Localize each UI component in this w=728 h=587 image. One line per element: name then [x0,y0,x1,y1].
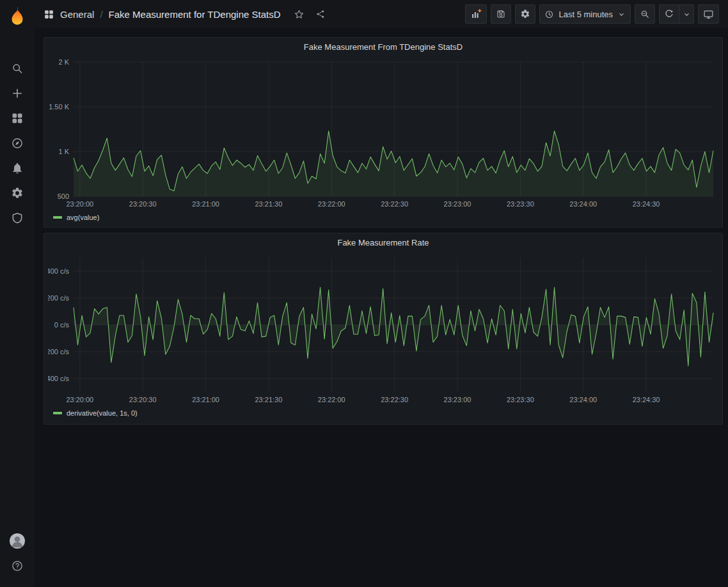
sidebar-item-dashboards[interactable] [0,106,35,130]
breadcrumb-dashboard-title: Fake Measurement for TDengine StatsD [109,9,281,20]
legend-swatch [53,412,62,414]
panel-fake-measurement: Fake Measurement From TDengine StatsD 2 … [44,37,723,228]
panel-header[interactable]: Fake Measurement From TDengine StatsD [44,38,722,56]
refresh-icon [664,9,674,19]
y-axis-tick-label: 400 c/s [48,267,69,275]
breadcrumb-folder[interactable]: General [60,9,94,20]
question-circle-icon [11,560,24,572]
plus-icon [11,87,24,100]
x-axis-tick-label: 23:24:00 [569,200,597,208]
x-axis-tick-label: 23:22:00 [318,396,345,403]
sidebar-item-alerting[interactable] [0,155,35,180]
y-axis-tick-label: 1 K [58,148,69,155]
x-axis-tick-label: 23:21:00 [192,200,219,208]
sidebar-item-configuration[interactable] [0,180,35,205]
y-axis-tick-label: 500 [58,192,69,200]
x-axis-tick-label: 23:21:00 [192,396,219,403]
x-axis-tick-label: 23:24:30 [633,396,660,403]
clock-icon [544,10,554,19]
sidebar-bottom [0,528,35,578]
x-axis-tick-label: 23:23:30 [507,200,534,208]
apps-icon [11,112,24,125]
panel-fake-measurement-rate: Fake Measurement Rate 400 c/s200 c/s0 c/… [44,233,723,425]
sidebar-item-help[interactable] [0,553,35,578]
zoom-out-icon [640,9,650,19]
sidebar-item-create[interactable] [0,81,35,106]
share-icon [315,9,326,19]
timeseries-chart[interactable]: 400 c/s200 c/s0 c/s-200 c/s-400 c/s23:20… [48,251,718,407]
time-picker-button[interactable]: Last 5 minutes [539,4,631,24]
add-panel-button[interactable] [465,4,487,24]
grafana-flame-icon [6,5,28,27]
star-dashboard-button[interactable] [292,6,307,22]
compass-icon [11,137,24,150]
x-axis-tick-label: 23:23:00 [444,200,471,208]
refresh-button-group [659,4,694,24]
sidebar-item-profile[interactable] [0,528,35,553]
star-icon [294,9,305,20]
series-fill [74,131,713,196]
toolbar-actions: Last 5 minutes [465,4,719,24]
gear-icon [11,187,24,200]
y-axis-tick-label: -200 c/s [48,348,69,356]
time-range-label: Last 5 minutes [558,10,613,19]
x-axis-tick-label: 23:24:30 [633,200,660,208]
kiosk-mode-button[interactable] [698,4,719,24]
y-axis-tick-label: 200 c/s [48,294,69,302]
sidebar-item-server-admin[interactable] [0,205,35,230]
breadcrumb-separator: / [100,9,102,20]
sidebar-item-explore[interactable] [0,130,35,155]
x-axis-tick-label: 23:20:30 [129,200,157,208]
chart-area: 400 c/s200 c/s0 c/s-200 c/s-400 c/s23:20… [44,251,722,407]
panel-header[interactable]: Fake Measurement Rate [44,233,722,251]
panel-add-icon [470,8,482,20]
sidebar-nav [0,56,35,230]
chevron-down-icon [617,10,626,19]
x-axis-tick-label: 23:21:30 [255,396,283,403]
shield-icon [11,212,24,224]
x-axis-tick-label: 23:24:00 [569,396,597,403]
dashboard-settings-button[interactable] [515,4,535,24]
grafana-app: General / Fake Measurement for TDengine … [0,0,728,587]
monitor-icon [703,9,714,20]
grafana-logo[interactable] [4,4,30,28]
legend-swatch [53,216,62,219]
apps-icon [44,9,54,20]
x-axis-tick-label: 23:22:00 [318,200,345,208]
search-icon [11,62,24,75]
panel-title: Fake Measurement Rate [337,238,429,247]
x-axis-tick-label: 23:22:30 [381,200,408,208]
share-dashboard-button[interactable] [313,6,328,22]
avatar-icon [9,533,26,549]
chart-area: 2 K1.50 K1 K50023:20:0023:20:3023:21:002… [44,56,722,212]
refresh-interval-dropdown[interactable] [679,4,694,24]
dashboard-toolbar: General / Fake Measurement for TDengine … [35,0,728,28]
x-axis-tick-label: 23:20:30 [129,396,157,403]
x-axis-tick-label: 23:21:30 [255,200,283,208]
x-axis-tick-label: 23:20:00 [66,396,93,403]
chevron-down-icon [683,10,691,19]
refresh-button[interactable] [659,4,679,24]
legend-label[interactable]: avg(value) [67,214,99,221]
panel-title: Fake Measurement From TDengine StatsD [304,42,463,52]
sidebar-item-search[interactable] [0,56,35,81]
x-axis-tick-label: 23:23:00 [444,396,471,403]
zoom-out-button[interactable] [635,4,655,24]
legend: avg(value) [44,212,722,221]
legend-label[interactable]: derivative(value, 1s, 0) [67,409,138,417]
timeseries-chart[interactable]: 2 K1.50 K1 K50023:20:0023:20:3023:21:002… [48,56,718,212]
breadcrumb: General / Fake Measurement for TDengine … [44,6,328,22]
y-axis-tick-label: 1.50 K [49,103,69,111]
x-axis-tick-label: 23:20:00 [66,200,93,208]
save-icon [496,9,506,19]
save-dashboard-button[interactable] [491,4,511,24]
y-axis-tick-label: -400 c/s [48,375,69,382]
y-axis-tick-label: 2 K [58,58,69,66]
dashboard-canvas: Fake Measurement From TDengine StatsD 2 … [35,28,728,587]
legend: derivative(value, 1s, 0) [44,407,722,417]
y-axis-tick-label: 0 c/s [54,321,70,329]
sidebar [0,0,35,587]
x-axis-tick-label: 23:22:30 [381,396,408,403]
main-area: General / Fake Measurement for TDengine … [35,0,728,587]
bell-icon [11,162,24,175]
